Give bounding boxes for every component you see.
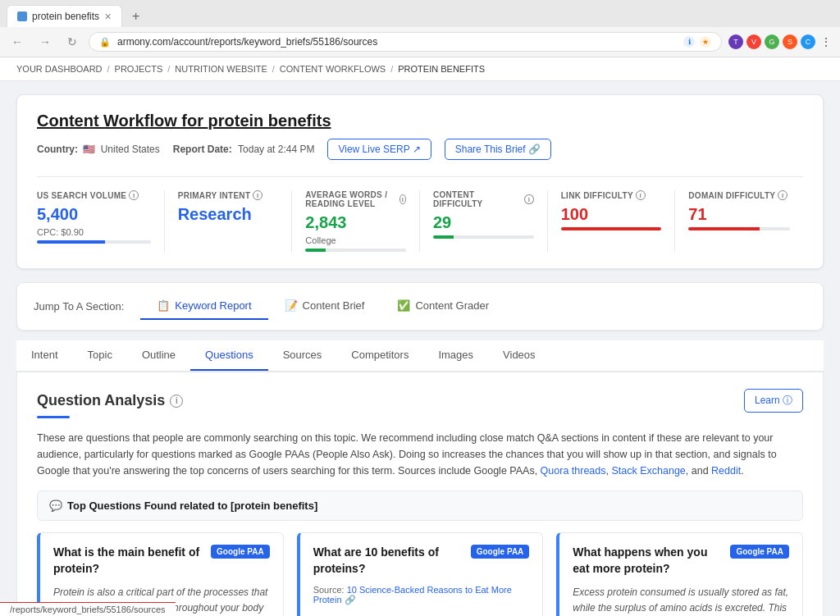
statusbar-url: /reports/keyword_briefs/55186/sources	[10, 605, 166, 614]
stat-sub-cpc: CPC: $0.90	[37, 227, 151, 237]
breadcrumb-projects[interactable]: PROJECTS	[115, 64, 163, 74]
link-diff-info-icon[interactable]: i	[636, 190, 646, 200]
content-diff-info-icon[interactable]: i	[524, 194, 533, 204]
new-tab-button[interactable]: +	[126, 6, 146, 27]
stat-value-intent: Research	[178, 205, 279, 224]
info-icon: ℹ	[683, 36, 695, 48]
browser-tab-active[interactable]: protein benefits ✕	[7, 5, 122, 27]
tab-close-button[interactable]: ✕	[104, 11, 112, 22]
country-name: United States	[101, 144, 160, 155]
subnav-intent[interactable]: Intent	[16, 340, 73, 371]
domain-diff-info-icon[interactable]: i	[778, 190, 788, 200]
nav-back-button[interactable]: ←	[7, 34, 28, 50]
subnav-outline[interactable]: Outline	[127, 340, 190, 371]
section-title: Question Analysis i	[37, 392, 183, 409]
workflow-title-prefix: Content Workflow for	[37, 112, 208, 130]
quora-link[interactable]: Quora threads	[541, 465, 606, 477]
address-bar-row: ← → ↻ 🔒 ℹ ★ T V G S C ⋮	[0, 27, 840, 57]
top-questions-label: 💬 Top Questions Found related to [protei…	[37, 491, 803, 521]
stat-bar-words	[305, 249, 406, 252]
google-paa-badge-2: Google PAA	[471, 545, 530, 559]
address-input[interactable]	[117, 36, 677, 48]
question-card-3-header: What happens when you eat more protein? …	[573, 545, 789, 577]
section-header: Question Analysis i Learn ⓘ	[37, 389, 803, 413]
subnav-sources[interactable]: Sources	[268, 340, 337, 371]
tab-content-brief[interactable]: 📝 Content Brief	[268, 293, 381, 320]
stat-us-search-volume: US SEARCH VOLUME i 5,400 CPC: $0.90	[37, 190, 165, 252]
content-brief-icon: 📝	[285, 299, 298, 312]
question-title-1: What is the main benefit of protein?	[53, 545, 204, 577]
extension-icon-5[interactable]: C	[801, 34, 815, 49]
extension-icon-4[interactable]: S	[783, 34, 797, 49]
nav-forward-button[interactable]: →	[34, 34, 56, 50]
view-serp-button[interactable]: View Live SERP ↗	[327, 139, 431, 160]
extension-icon-1[interactable]: T	[728, 34, 743, 49]
subnav-topic[interactable]: Topic	[73, 340, 127, 371]
breadcrumb-workflows[interactable]: CONTENT WORKFLOWS	[280, 64, 386, 74]
words-info-icon[interactable]: i	[399, 194, 406, 204]
stat-avg-words: AVERAGE WORDS / READING LEVEL i 2,843 Co…	[292, 190, 420, 252]
workflow-meta: Country: 🇺🇸 United States Report Date: T…	[37, 139, 803, 160]
address-bar[interactable]: 🔒 ℹ ★	[89, 32, 722, 52]
keyword-report-label: Keyword Report	[175, 299, 251, 312]
workflow-card: Content Workflow for protein benefits Co…	[16, 94, 824, 269]
search-volume-info-icon[interactable]: i	[129, 190, 139, 200]
question-title-2: What are 10 benefits of proteins?	[313, 545, 464, 577]
section-tab-list: 📋 Keyword Report 📝 Content Brief ✅ Conte…	[140, 293, 806, 320]
google-paa-badge-1: Google PAA	[211, 545, 270, 559]
extension-icon-2[interactable]: V	[746, 34, 761, 49]
keyword-report-icon: 📋	[157, 299, 170, 312]
question-source-2: Source: 10 Science-Backed Reasons to Eat…	[313, 585, 530, 605]
breadcrumb-dashboard[interactable]: YOUR DASHBOARD	[16, 64, 103, 74]
stack-exchange-link[interactable]: Stack Exchange	[611, 465, 685, 477]
stat-label-content-diff: CONTENT DIFFICULTY	[433, 190, 522, 208]
section-underline	[37, 416, 70, 418]
question-analysis-info-icon[interactable]: i	[170, 395, 183, 408]
stat-primary-intent: PRIMARY INTENT i Research	[165, 190, 293, 252]
subnav-competitors[interactable]: Competitors	[336, 340, 423, 371]
tab-content-grader[interactable]: ✅ Content Grader	[381, 293, 505, 320]
extension-icon-3[interactable]: G	[765, 34, 779, 49]
stat-label-intent: PRIMARY INTENT	[178, 191, 251, 200]
tab-bar: protein benefits ✕ +	[0, 0, 840, 27]
stat-bar-link-diff	[561, 227, 662, 230]
subnav-videos[interactable]: Videos	[488, 340, 550, 371]
question-card-2-header: What are 10 benefits of proteins? Google…	[313, 545, 530, 577]
reddit-link[interactable]: Reddit	[711, 465, 741, 477]
learn-button[interactable]: Learn ⓘ	[744, 389, 803, 413]
stat-bar-search-volume	[37, 240, 151, 244]
menu-icon[interactable]: ⋮	[819, 34, 833, 49]
stat-value-search-volume: 5,400	[37, 205, 151, 224]
breadcrumb-nutrition[interactable]: NUTRITION WEBSITE	[175, 64, 267, 74]
stat-value-avg-words: 2,843	[305, 213, 406, 232]
browser-toolbar-icons: T V G S C ⋮	[728, 34, 833, 49]
question-card-1-header: What is the main benefit of protein? Goo…	[53, 545, 270, 577]
content-grader-label: Content Grader	[415, 299, 489, 312]
statusbar: /reports/keyword_briefs/55186/sources	[0, 602, 176, 616]
stat-bar-domain-diff	[688, 227, 790, 230]
breadcrumb: YOUR DASHBOARD / PROJECTS / NUTRITION WE…	[0, 57, 840, 81]
nav-refresh-button[interactable]: ↻	[62, 34, 82, 50]
subnav-questions[interactable]: Questions	[190, 340, 268, 371]
subnav-images[interactable]: Images	[423, 340, 488, 371]
intent-info-icon[interactable]: i	[253, 190, 262, 200]
google-paa-badge-3: Google PAA	[730, 545, 789, 559]
country-flag: 🇺🇸	[83, 144, 95, 155]
breadcrumb-current: PROTEIN BENEFITS	[398, 64, 485, 74]
content-grader-icon: ✅	[397, 299, 410, 312]
extension-icon: ★	[700, 36, 711, 48]
main-content: Content Workflow for protein benefits Co…	[0, 81, 840, 616]
question-card-2: What are 10 benefits of proteins? Google…	[297, 532, 544, 616]
sub-nav: Intent Topic Outline Questions Sources C…	[16, 340, 824, 372]
stat-label-domain-diff: DOMAIN DIFFICULTY	[688, 191, 775, 200]
tab-keyword-report[interactable]: 📋 Keyword Report	[140, 293, 267, 320]
source-link-2[interactable]: 10 Science-Backed Reasons to Eat More Pr…	[313, 585, 512, 605]
share-brief-button[interactable]: Share This Brief 🔗	[445, 139, 551, 160]
workflow-title-link[interactable]: protein benefits	[208, 112, 331, 130]
top-questions-text: Top Questions Found related to [protein …	[67, 500, 317, 512]
stat-value-content-diff: 29	[433, 213, 534, 232]
stat-value-link-diff: 100	[561, 205, 662, 224]
stat-domain-difficulty: DOMAIN DIFFICULTY i 71	[675, 190, 803, 252]
report-date: Report Date: Today at 2:44 PM	[173, 144, 315, 155]
stat-value-domain-diff: 71	[688, 205, 790, 224]
